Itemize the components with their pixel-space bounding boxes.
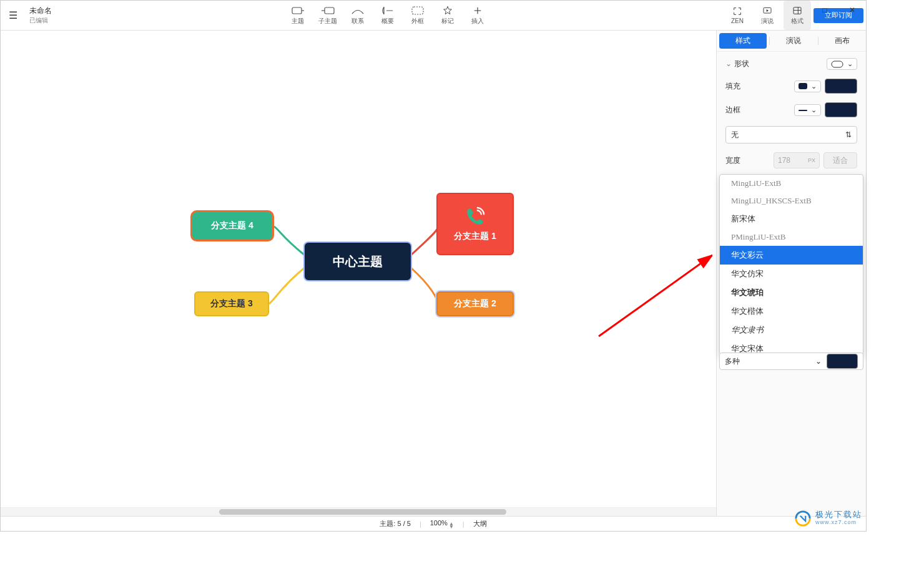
window-minimize-button[interactable]: — <box>784 1 811 19</box>
branch-topic-2-node[interactable]: 分支主题 2 <box>436 291 514 316</box>
width-input[interactable]: 178 PX <box>774 152 820 168</box>
font-option[interactable]: 华文琥珀 <box>720 283 863 302</box>
phone-icon <box>464 206 486 227</box>
boundary-icon <box>410 6 425 16</box>
svg-line-5 <box>599 255 712 336</box>
chevron-down-icon: ⌄ <box>815 357 822 366</box>
star-icon <box>443 6 453 16</box>
toolbar-label: 联系 <box>351 17 364 26</box>
toolbar-subtopic-button[interactable]: 子主题 <box>314 1 342 30</box>
fit-button[interactable]: 适合 <box>823 152 857 168</box>
font-option[interactable]: 华文隶书 <box>720 321 863 339</box>
separator: | <box>463 520 464 528</box>
node-label: 分支主题 1 <box>454 231 496 242</box>
svg-rect-2 <box>412 7 423 14</box>
zoom-control[interactable]: 100%▲▼ <box>430 519 454 528</box>
toolbar-pitch-button[interactable]: 演说 <box>754 1 781 30</box>
svg-rect-0 <box>292 7 302 14</box>
doc-name: 未命名 <box>29 6 52 16</box>
chevron-down-icon: ⌄ <box>811 106 817 114</box>
toolbar-label: 标记 <box>441 17 454 26</box>
fill-type-select[interactable]: ⌄ <box>794 80 821 92</box>
tab-style[interactable]: 样式 <box>719 33 767 49</box>
toolbar-label: 子主题 <box>318 17 337 26</box>
border-style-value: 无 <box>731 130 739 140</box>
line-icon <box>799 107 807 113</box>
window-maximize-button[interactable]: □ <box>811 1 838 19</box>
relation-icon <box>350 6 365 16</box>
separator: | <box>420 520 421 528</box>
font-option[interactable]: MingLiU_HKSCS-ExtB <box>720 192 863 210</box>
window-close-button[interactable]: ✕ <box>838 1 866 19</box>
font-option[interactable]: 华文仿宋 <box>720 265 863 283</box>
toolbar-label: 演说 <box>761 17 774 26</box>
chevron-down-icon: ⌄ <box>811 82 817 90</box>
menu-button[interactable]: ☰ <box>1 9 26 21</box>
toolbar-label: 概要 <box>381 17 394 26</box>
shape-select[interactable]: ⌄ <box>827 58 857 70</box>
border-type-select[interactable]: ⌄ <box>794 104 821 116</box>
zoom-value: 100% <box>430 519 448 527</box>
horizontal-scrollbar[interactable] <box>1 507 716 516</box>
font-option[interactable]: MingLiU-ExtB <box>720 175 863 192</box>
toolbar-insert-button[interactable]: 插入 <box>464 1 491 30</box>
center-topic-node[interactable]: 中心主题 <box>305 243 411 280</box>
rounded-rect-icon <box>831 61 843 68</box>
titlebar: ☰ 未命名 已编辑 主题 子主题 联系 概要 <box>1 1 866 31</box>
stepper-icon: ▲▼ <box>449 522 454 528</box>
pitch-icon <box>762 6 772 16</box>
fill-color-button[interactable] <box>825 79 857 94</box>
zen-icon <box>732 6 742 16</box>
toolbar-label: ZEN <box>731 17 744 24</box>
width-value: 178 <box>778 156 790 165</box>
toolbar-marker-button[interactable]: 标记 <box>434 1 461 30</box>
font-option[interactable]: 新宋体 <box>720 210 863 228</box>
toolbar-summary-button[interactable]: 概要 <box>374 1 401 30</box>
multi-label: 多种 <box>725 356 740 367</box>
topic-icon <box>290 6 305 16</box>
plus-icon <box>473 6 483 16</box>
format-sidebar: 样式 演说 画布 ⌄形状 ⌄ 填充 ⌄ <box>716 31 866 516</box>
outline-button[interactable]: 大纲 <box>473 519 487 528</box>
summary-icon <box>380 6 395 16</box>
branch-topic-3-node[interactable]: 分支主题 3 <box>194 291 269 316</box>
multi-select[interactable]: 多种 ⌄ <box>719 353 863 370</box>
status-topics-label: 主题: <box>380 520 395 527</box>
toolbar-label: 外框 <box>411 17 424 26</box>
swatch-icon <box>799 83 807 89</box>
toolbar-label: 插入 <box>471 17 484 26</box>
document-title: 未命名 已编辑 <box>29 6 52 25</box>
tab-canvas[interactable]: 画布 <box>818 31 866 51</box>
tab-pitch[interactable]: 演说 <box>770 31 817 51</box>
font-option[interactable]: 华文彩云 <box>720 246 863 265</box>
status-topics-value: 5 / 5 <box>397 520 410 527</box>
node-label: 分支主题 4 <box>204 215 261 236</box>
canvas[interactable]: 中心主题 分支主题 1 分支主题 2 分支主题 3 分支主题 4 <box>1 31 716 516</box>
width-unit: PX <box>808 157 815 163</box>
text-color-button[interactable] <box>827 354 858 369</box>
updown-icon: ⇅ <box>845 130 852 139</box>
font-option[interactable]: PMingLiU-ExtB <box>720 228 863 246</box>
toolbar-topic-button[interactable]: 主题 <box>284 1 312 30</box>
subtopic-icon <box>320 6 335 16</box>
font-option[interactable]: 华文楷体 <box>720 302 863 321</box>
svg-rect-1 <box>325 7 334 14</box>
svg-rect-6 <box>832 61 843 67</box>
status-bar: 主题: 5 / 5 | 100%▲▼ | 大纲 <box>1 516 866 531</box>
font-dropdown[interactable]: MingLiU-ExtBMingLiU_HKSCS-ExtB新宋体PMingLi… <box>719 174 863 355</box>
scrollbar-thumb[interactable] <box>219 509 506 515</box>
width-label: 宽度 <box>725 155 740 166</box>
shape-label: 形状 <box>734 59 749 68</box>
toolbar-boundary-button[interactable]: 外框 <box>404 1 431 30</box>
branch-topic-4-node[interactable]: 分支主题 4 <box>190 210 274 241</box>
fill-label: 填充 <box>725 81 740 92</box>
border-style-select[interactable]: 无 ⇅ <box>725 126 857 144</box>
toolbar: 主题 子主题 联系 概要 外框 标记 <box>52 1 724 30</box>
border-color-button[interactable] <box>825 102 857 117</box>
branch-topic-1-node[interactable]: 分支主题 1 <box>436 193 514 255</box>
toolbar-zen-button[interactable]: ZEN <box>724 1 751 30</box>
chevron-down-icon: ⌄ <box>847 60 853 68</box>
toolbar-relation-button[interactable]: 联系 <box>344 1 371 30</box>
toolbar-label: 主题 <box>292 17 304 26</box>
chevron-down-icon[interactable]: ⌄ <box>725 59 732 68</box>
